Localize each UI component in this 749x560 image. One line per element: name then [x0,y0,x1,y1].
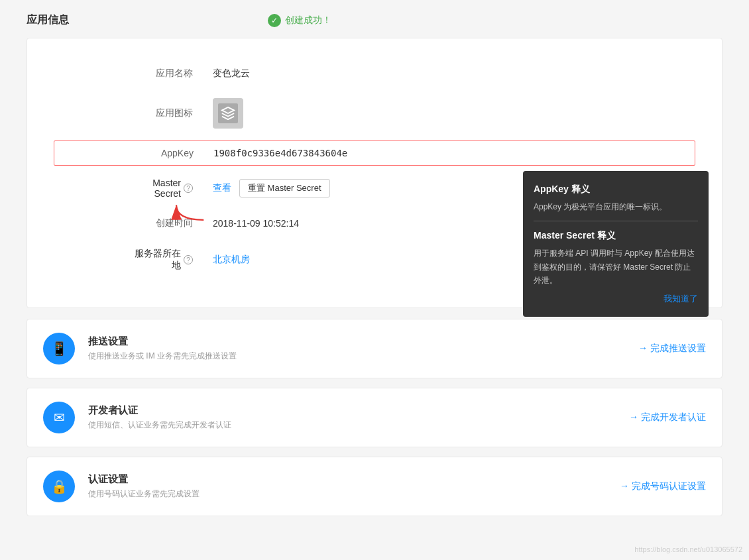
appkey-value: 1908f0c9336e4d673843604e [213,148,695,158]
master-secret-actions: 查看 重置 Master Secret [213,179,330,197]
section-action-2[interactable]: → 完成号码认证设置 [620,480,706,492]
section-title-0: 推送设置 [88,335,625,348]
app-name-row: 应用名称 变色龙云 [54,58,695,89]
master-secret-label-wrap: Master Secret ? [133,178,213,199]
appkey-label: AppKey [134,148,213,158]
success-text: 创建成功！ [285,15,331,27]
success-icon: ✓ [268,14,281,27]
section-card-1: ✉ 开发者认证 使用短信、认证业务需先完成开发者认证 → 完成开发者认证 [27,388,722,447]
tooltip-box: AppKey 释义 AppKey 为极光平台应用的唯一标识。 Master Se… [523,171,709,317]
section-desc-1: 使用短信、认证业务需先完成开发者认证 [88,420,616,431]
server-location-question-icon[interactable]: ? [184,255,193,264]
created-time-label: 创建时间 [133,217,213,229]
server-location-label-wrap: 服务器所在地 ? [133,248,213,272]
tooltip-title1: AppKey 释义 [534,182,698,196]
app-info-card: 应用名称 变色龙云 应用图标 AppKey 1908f0c9336e4d6738… [27,38,722,308]
tooltip-title2: Master Secret 释义 [534,228,698,243]
app-icon-row: 应用图标 [54,89,695,138]
page-header: 应用信息 ✓ 创建成功！ [27,13,722,27]
section-icon-2: 🔒 [43,471,75,502]
section-text-0: 推送设置 使用推送业务或 IM 业务需先完成推送设置 [88,335,625,362]
section-card-2: 🔒 认证设置 使用号码认证业务需先完成设置 → 完成号码认证设置 [27,457,722,516]
section-desc-2: 使用号码认证业务需先完成设置 [88,488,606,500]
master-secret-reset-button[interactable]: 重置 Master Secret [239,179,330,197]
section-icon-0: 📱 [43,333,75,364]
section-text-2: 认证设置 使用号码认证业务需先完成设置 [88,473,606,500]
section-title-1: 开发者认证 [88,404,616,417]
master-secret-label: Master Secret [133,178,181,199]
section-action-1[interactable]: → 完成开发者认证 [629,412,706,423]
app-name-value: 变色龙云 [213,68,695,80]
section-icon-1: ✉ [43,402,75,433]
app-icon-placeholder [213,98,243,129]
server-location-label: 服务器所在地 [133,248,181,272]
tooltip-desc1: AppKey 为极光平台应用的唯一标识。 [534,200,698,213]
app-name-label: 应用名称 [133,68,213,80]
sections-container: 📱 推送设置 使用推送业务或 IM 业务需先完成推送设置 → 完成推送设置 ✉ … [27,319,722,516]
section-text-1: 开发者认证 使用短信、认证业务需先完成开发者认证 [88,404,616,431]
master-secret-question-icon[interactable]: ? [184,184,193,193]
app-icon-label: 应用图标 [133,107,213,119]
section-title-2: 认证设置 [88,473,606,486]
appkey-row: AppKey 1908f0c9336e4d673843604e [54,140,695,166]
success-badge: ✓ 创建成功！ [268,14,331,27]
tooltip-desc2: 用于服务端 API 调用时与 AppKey 配合使用达到鉴权的目的，请保管好 M… [534,247,698,287]
tooltip-know-link[interactable]: 我知道了 [663,292,698,306]
page-title: 应用信息 [27,13,69,27]
master-secret-view-link[interactable]: 查看 [213,182,231,194]
section-action-0[interactable]: → 完成推送设置 [638,343,706,355]
app-icon-inner [218,103,238,123]
section-card-0: 📱 推送设置 使用推送业务或 IM 业务需先完成推送设置 → 完成推送设置 [27,319,722,378]
tooltip-divider [534,221,698,221]
section-desc-0: 使用推送业务或 IM 业务需先完成推送设置 [88,351,625,362]
